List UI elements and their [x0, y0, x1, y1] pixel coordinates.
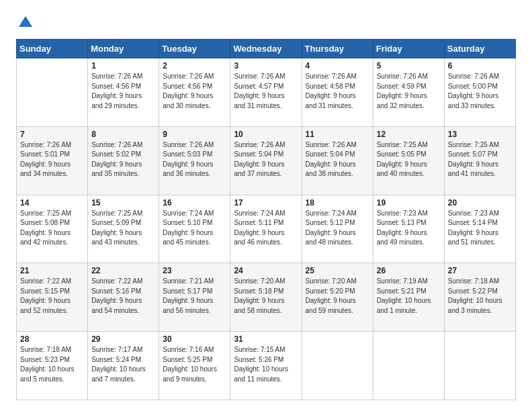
day-info: Sunrise: 7:19 AM Sunset: 5:21 PM Dayligh…	[377, 277, 441, 316]
day-number: 17	[234, 198, 298, 208]
day-info: Sunrise: 7:17 AM Sunset: 5:24 PM Dayligh…	[91, 345, 155, 384]
logo	[16, 13, 39, 32]
day-info: Sunrise: 7:26 AM Sunset: 4:56 PM Dayligh…	[91, 72, 155, 111]
day-number: 23	[163, 266, 226, 275]
day-number: 7	[20, 130, 84, 139]
calendar-table: SundayMondayTuesdayWednesdayThursdayFrid…	[16, 39, 516, 400]
calendar-header-sunday: Sunday	[17, 40, 88, 58]
day-info: Sunrise: 7:15 AM Sunset: 5:26 PM Dayligh…	[234, 345, 298, 384]
day-number: 31	[234, 334, 298, 344]
day-number: 14	[20, 198, 84, 208]
calendar-cell	[373, 332, 444, 400]
calendar-header-saturday: Saturday	[444, 40, 515, 58]
calendar-cell: 17Sunrise: 7:24 AM Sunset: 5:11 PM Dayli…	[230, 195, 302, 263]
day-number: 26	[377, 266, 441, 275]
calendar-cell: 29Sunrise: 7:17 AM Sunset: 5:24 PM Dayli…	[88, 332, 159, 400]
calendar-cell: 19Sunrise: 7:23 AM Sunset: 5:13 PM Dayli…	[373, 195, 444, 263]
calendar-header-wednesday: Wednesday	[230, 40, 302, 58]
day-info: Sunrise: 7:22 AM Sunset: 5:15 PM Dayligh…	[20, 277, 84, 316]
day-number: 6	[448, 61, 512, 71]
calendar-cell: 24Sunrise: 7:20 AM Sunset: 5:18 PM Dayli…	[230, 263, 302, 332]
calendar-cell: 6Sunrise: 7:26 AM Sunset: 5:00 PM Daylig…	[444, 58, 515, 127]
day-info: Sunrise: 7:24 AM Sunset: 5:10 PM Dayligh…	[163, 209, 226, 248]
calendar-cell: 9Sunrise: 7:26 AM Sunset: 5:03 PM Daylig…	[159, 126, 230, 195]
day-number: 25	[306, 266, 369, 275]
day-info: Sunrise: 7:22 AM Sunset: 5:16 PM Dayligh…	[91, 277, 155, 316]
calendar-cell: 31Sunrise: 7:15 AM Sunset: 5:26 PM Dayli…	[230, 332, 302, 400]
calendar-cell: 23Sunrise: 7:21 AM Sunset: 5:17 PM Dayli…	[159, 263, 230, 332]
calendar-cell: 28Sunrise: 7:18 AM Sunset: 5:23 PM Dayli…	[17, 332, 88, 400]
calendar-cell: 14Sunrise: 7:25 AM Sunset: 5:08 PM Dayli…	[17, 195, 88, 263]
calendar-cell: 18Sunrise: 7:24 AM Sunset: 5:12 PM Dayli…	[302, 195, 373, 263]
day-info: Sunrise: 7:26 AM Sunset: 4:59 PM Dayligh…	[377, 72, 441, 111]
calendar-cell: 16Sunrise: 7:24 AM Sunset: 5:10 PM Dayli…	[159, 195, 230, 263]
day-info: Sunrise: 7:18 AM Sunset: 5:22 PM Dayligh…	[448, 277, 512, 316]
day-number: 13	[448, 130, 512, 139]
day-number: 8	[91, 130, 155, 139]
day-info: Sunrise: 7:23 AM Sunset: 5:14 PM Dayligh…	[448, 209, 512, 248]
day-info: Sunrise: 7:16 AM Sunset: 5:25 PM Dayligh…	[163, 345, 226, 384]
day-info: Sunrise: 7:24 AM Sunset: 5:11 PM Dayligh…	[234, 209, 298, 248]
calendar-header-thursday: Thursday	[302, 40, 373, 58]
day-info: Sunrise: 7:20 AM Sunset: 5:18 PM Dayligh…	[234, 277, 298, 316]
day-info: Sunrise: 7:26 AM Sunset: 5:04 PM Dayligh…	[234, 140, 298, 179]
calendar-cell: 22Sunrise: 7:22 AM Sunset: 5:16 PM Dayli…	[88, 263, 159, 332]
day-number: 24	[234, 266, 298, 275]
day-info: Sunrise: 7:21 AM Sunset: 5:17 PM Dayligh…	[163, 277, 226, 316]
calendar-cell: 12Sunrise: 7:25 AM Sunset: 5:05 PM Dayli…	[373, 126, 444, 195]
day-number: 4	[306, 61, 369, 71]
day-info: Sunrise: 7:24 AM Sunset: 5:12 PM Dayligh…	[306, 209, 369, 248]
calendar-cell: 2Sunrise: 7:26 AM Sunset: 4:56 PM Daylig…	[159, 58, 230, 127]
calendar-cell: 10Sunrise: 7:26 AM Sunset: 5:04 PM Dayli…	[230, 126, 302, 195]
calendar-header-tuesday: Tuesday	[159, 40, 230, 58]
day-number: 30	[163, 334, 226, 344]
day-info: Sunrise: 7:26 AM Sunset: 5:03 PM Dayligh…	[163, 140, 226, 179]
day-number: 28	[20, 334, 84, 344]
calendar-cell: 26Sunrise: 7:19 AM Sunset: 5:21 PM Dayli…	[373, 263, 444, 332]
calendar-header-friday: Friday	[373, 40, 444, 58]
day-number: 21	[20, 266, 84, 275]
day-info: Sunrise: 7:26 AM Sunset: 5:04 PM Dayligh…	[306, 140, 369, 179]
day-info: Sunrise: 7:20 AM Sunset: 5:20 PM Dayligh…	[306, 277, 369, 316]
day-info: Sunrise: 7:25 AM Sunset: 5:08 PM Dayligh…	[20, 209, 84, 248]
calendar-cell: 1Sunrise: 7:26 AM Sunset: 4:56 PM Daylig…	[88, 58, 159, 127]
calendar-cell: 8Sunrise: 7:26 AM Sunset: 5:02 PM Daylig…	[88, 126, 159, 195]
calendar-cell: 11Sunrise: 7:26 AM Sunset: 5:04 PM Dayli…	[302, 126, 373, 195]
day-number: 18	[306, 198, 369, 208]
day-info: Sunrise: 7:26 AM Sunset: 5:02 PM Dayligh…	[91, 140, 155, 179]
calendar-cell: 3Sunrise: 7:26 AM Sunset: 4:57 PM Daylig…	[230, 58, 302, 127]
day-number: 5	[377, 61, 441, 71]
day-number: 3	[234, 61, 298, 71]
calendar-week-1: 1Sunrise: 7:26 AM Sunset: 4:56 PM Daylig…	[17, 58, 516, 127]
calendar-cell: 27Sunrise: 7:18 AM Sunset: 5:22 PM Dayli…	[444, 263, 515, 332]
day-number: 12	[377, 130, 441, 139]
day-info: Sunrise: 7:18 AM Sunset: 5:23 PM Dayligh…	[20, 345, 84, 384]
day-number: 29	[91, 334, 155, 344]
day-info: Sunrise: 7:26 AM Sunset: 5:00 PM Dayligh…	[448, 72, 512, 111]
day-number: 1	[91, 61, 155, 71]
calendar-cell: 4Sunrise: 7:26 AM Sunset: 4:58 PM Daylig…	[302, 58, 373, 127]
calendar-cell: 30Sunrise: 7:16 AM Sunset: 5:25 PM Dayli…	[159, 332, 230, 400]
calendar-header-monday: Monday	[88, 40, 159, 58]
day-number: 11	[306, 130, 369, 139]
day-number: 9	[163, 130, 226, 139]
day-info: Sunrise: 7:26 AM Sunset: 4:57 PM Dayligh…	[234, 72, 298, 111]
day-number: 19	[377, 198, 441, 208]
day-number: 16	[163, 198, 226, 208]
header	[16, 13, 516, 32]
calendar-week-3: 14Sunrise: 7:25 AM Sunset: 5:08 PM Dayli…	[17, 195, 516, 263]
calendar-week-4: 21Sunrise: 7:22 AM Sunset: 5:15 PM Dayli…	[17, 263, 516, 332]
day-info: Sunrise: 7:25 AM Sunset: 5:05 PM Dayligh…	[377, 140, 441, 179]
day-number: 20	[448, 198, 512, 208]
day-number: 27	[448, 266, 512, 275]
day-number: 22	[91, 266, 155, 275]
logo-icon	[16, 13, 35, 32]
day-number: 2	[163, 61, 226, 71]
calendar-header-row: SundayMondayTuesdayWednesdayThursdayFrid…	[17, 40, 516, 58]
calendar-cell: 20Sunrise: 7:23 AM Sunset: 5:14 PM Dayli…	[444, 195, 515, 263]
calendar-cell: 13Sunrise: 7:25 AM Sunset: 5:07 PM Dayli…	[444, 126, 515, 195]
calendar-cell	[444, 332, 515, 400]
calendar-cell: 25Sunrise: 7:20 AM Sunset: 5:20 PM Dayli…	[302, 263, 373, 332]
day-info: Sunrise: 7:25 AM Sunset: 5:07 PM Dayligh…	[448, 140, 512, 179]
calendar-cell: 5Sunrise: 7:26 AM Sunset: 4:59 PM Daylig…	[373, 58, 444, 127]
